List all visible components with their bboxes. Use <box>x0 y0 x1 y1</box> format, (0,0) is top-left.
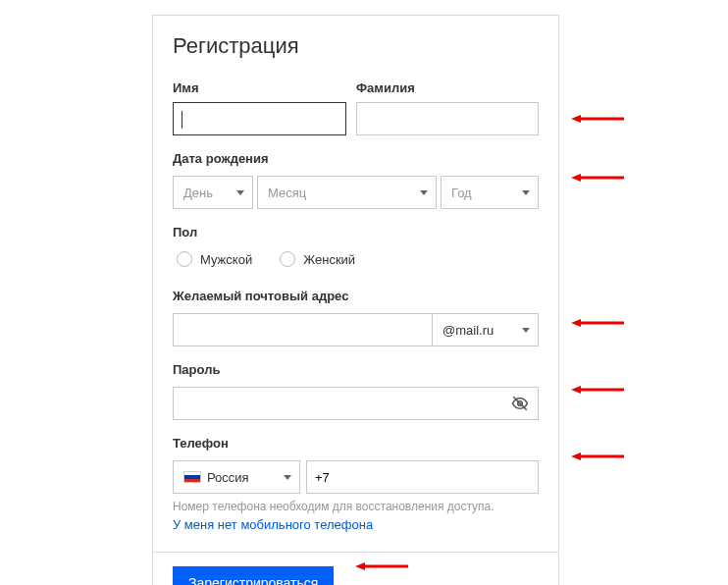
country-select[interactable]: Россия <box>173 460 300 494</box>
email-label: Желаемый почтовый адрес <box>173 289 539 303</box>
arrow-annotation <box>571 171 624 181</box>
password-block: Пароль <box>173 362 539 420</box>
gender-label: Пол <box>173 225 539 239</box>
arrow-annotation <box>571 112 624 122</box>
phone-label: Телефон <box>173 436 539 451</box>
submit-button[interactable]: Зарегистрироваться <box>173 566 334 585</box>
caret-icon <box>522 328 530 333</box>
caret-icon <box>522 190 530 195</box>
email-input[interactable] <box>173 313 433 346</box>
arrow-annotation <box>355 559 408 569</box>
flag-ru-icon <box>183 471 201 483</box>
first-name-input[interactable] <box>173 102 346 135</box>
page-title: Регистрация <box>173 33 539 59</box>
gender-female-label: Женский <box>303 252 355 267</box>
gender-female-radio[interactable]: Женский <box>280 251 355 267</box>
name-row: Имя Фамилия <box>173 80 539 135</box>
dob-month-select[interactable]: Месяц <box>257 176 437 209</box>
email-domain-select[interactable]: @mail.ru <box>433 313 539 346</box>
registration-form: Регистрация Имя Фамилия Дата рождения Де… <box>152 15 559 585</box>
gender-male-label: Мужской <box>200 252 252 267</box>
dob-day-select[interactable]: День <box>173 176 253 209</box>
dob-label: Дата рождения <box>173 151 539 166</box>
phone-hint: Номер телефона необходим для восстановле… <box>173 500 539 513</box>
first-name-label: Имя <box>173 80 346 95</box>
gender-male-radio[interactable]: Мужской <box>177 251 252 267</box>
password-label: Пароль <box>173 362 539 377</box>
caret-icon <box>284 475 291 480</box>
radio-icon <box>177 251 192 267</box>
svg-marker-13 <box>355 562 365 570</box>
dob-year-select[interactable]: Год <box>441 176 539 209</box>
arrow-annotation <box>571 450 624 459</box>
dob-day-text: День <box>183 186 213 200</box>
last-name-label: Фамилия <box>356 80 539 95</box>
no-phone-link[interactable]: У меня нет мобильного телефона <box>173 517 373 532</box>
dob-month-text: Месяц <box>268 186 306 200</box>
dob-year-text: Год <box>451 186 472 200</box>
last-name-input[interactable] <box>356 102 539 135</box>
caret-icon <box>420 190 428 195</box>
password-input[interactable] <box>173 387 539 420</box>
arrow-annotation <box>571 383 624 393</box>
email-block: Желаемый почтовый адрес @mail.ru <box>173 289 539 346</box>
country-text: Россия <box>207 470 278 485</box>
email-domain-text: @mail.ru <box>442 323 494 338</box>
dob-block: Дата рождения День Месяц Год <box>173 151 539 209</box>
eye-off-icon[interactable] <box>511 395 529 412</box>
arrow-annotation <box>571 316 624 326</box>
radio-icon <box>280 251 295 267</box>
phone-input[interactable] <box>306 460 539 494</box>
svg-marker-9 <box>571 386 581 394</box>
caret-icon <box>236 190 244 195</box>
svg-marker-11 <box>571 452 581 460</box>
svg-marker-5 <box>571 174 581 182</box>
gender-block: Пол Мужской Женский <box>173 225 539 267</box>
svg-marker-7 <box>571 319 581 327</box>
svg-marker-3 <box>571 115 581 123</box>
phone-block: Телефон Россия Номер телефона необходим … <box>173 436 539 532</box>
